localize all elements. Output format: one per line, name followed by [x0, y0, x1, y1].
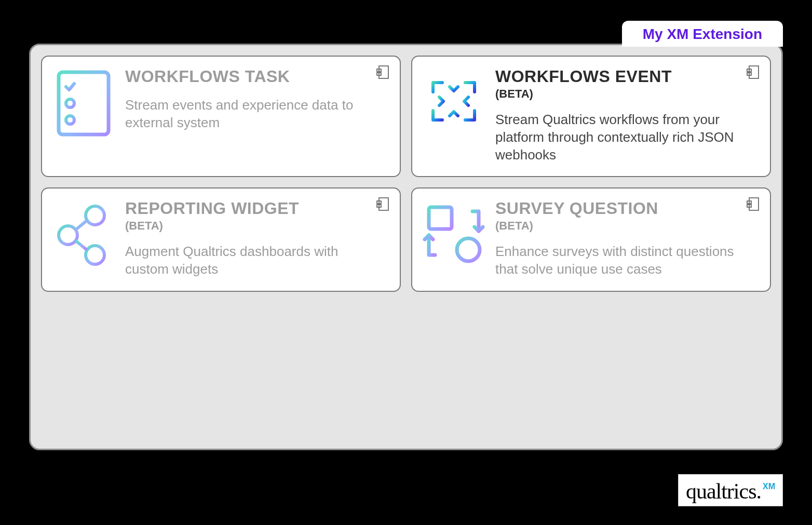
card-workflows-event[interactable]: WORKFLOWS EVENT (BETA) Stream Qualtrics … [411, 56, 771, 177]
plugin-icon [746, 197, 761, 213]
plugin-icon [746, 65, 761, 82]
svg-point-4 [66, 99, 74, 107]
svg-point-16 [86, 246, 104, 264]
card-description: Augment Qualtrics dashboards with custom… [125, 243, 369, 278]
svg-line-17 [75, 221, 87, 230]
card-description: Enhance surveys with distinct questions … [495, 243, 739, 278]
svg-point-14 [86, 206, 104, 225]
card-survey-question[interactable]: SURVEY QUESTION (BETA) Enhance surveys w… [411, 187, 771, 292]
card-title: WORKFLOWS EVENT [495, 67, 739, 86]
card-subtitle: (BETA) [125, 219, 369, 233]
card-title: REPORTING WIDGET [125, 199, 369, 218]
card-title: SURVEY QUESTION [495, 199, 739, 218]
extension-tab[interactable]: My XM Extension [622, 21, 783, 47]
svg-rect-22 [429, 207, 452, 229]
card-subtitle: (BETA) [495, 87, 739, 101]
share-nodes-icon [52, 199, 115, 268]
card-workflows-task[interactable]: WORKFLOWS TASK Stream events and experie… [41, 56, 401, 177]
converge-arrows-icon [423, 67, 485, 132]
card-title: WORKFLOWS TASK [125, 67, 369, 86]
svg-rect-19 [749, 198, 759, 210]
cards-grid: WORKFLOWS TASK Stream events and experie… [41, 56, 771, 292]
svg-rect-8 [749, 66, 759, 78]
logo-suffix: XM [763, 482, 775, 491]
plugin-icon [376, 197, 390, 213]
extension-panel: WORKFLOWS TASK Stream events and experie… [29, 44, 783, 450]
card-reporting-widget[interactable]: REPORTING WIDGET (BETA) Augment Qualtric… [41, 187, 401, 292]
svg-line-18 [75, 240, 87, 250]
svg-rect-0 [379, 66, 388, 78]
card-description: Stream events and experience data to ext… [125, 97, 369, 132]
svg-point-23 [457, 238, 480, 261]
shape-swap-icon [423, 199, 485, 264]
card-subtitle: (BETA) [495, 219, 739, 233]
qualtrics-logo: qualtrics. XM [678, 474, 783, 506]
plugin-icon [376, 65, 390, 82]
extension-tab-label: My XM Extension [643, 26, 762, 42]
card-description: Stream Qualtrics workflows from your pla… [495, 111, 739, 164]
svg-point-6 [66, 116, 74, 124]
svg-rect-11 [379, 198, 388, 210]
logo-text: qualtrics [686, 479, 756, 504]
checklist-icon [52, 67, 115, 137]
